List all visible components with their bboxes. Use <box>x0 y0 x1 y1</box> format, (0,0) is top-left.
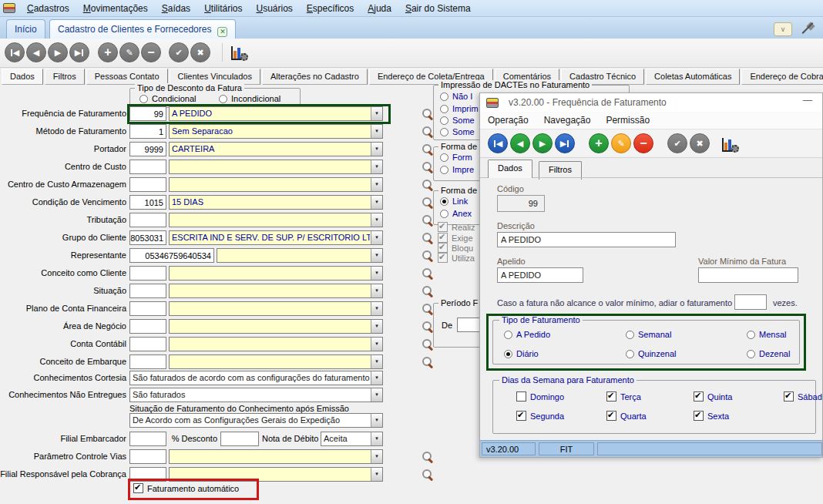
parametro-vias-combo[interactable] <box>169 449 383 464</box>
field-combo[interactable] <box>169 213 383 227</box>
radio-somente-1[interactable]: Some <box>440 116 475 125</box>
dialog-menu-operacao[interactable]: Operação <box>488 115 529 126</box>
checkbox-icon[interactable] <box>516 411 526 421</box>
dialog-chart-icon[interactable] <box>722 136 739 152</box>
form-tab-alteracoes[interactable]: Alterações no Cadastro <box>262 69 368 85</box>
form-tab-endereco-cobranca[interactable]: Endereço de Cobrança <box>741 69 823 85</box>
lookup-magnifier-icon[interactable] <box>422 179 433 190</box>
add-button[interactable]: + <box>98 42 118 62</box>
radio-dezenal[interactable]: Dezenal <box>747 349 790 358</box>
radio-impressao[interactable]: Impre <box>440 165 474 174</box>
field-combo[interactable] <box>169 284 383 298</box>
dropdown-arrow-icon[interactable] <box>371 160 382 173</box>
checkbox-icon[interactable] <box>133 483 143 493</box>
chart-icon[interactable] <box>231 45 248 60</box>
dialog-title-bar[interactable]: v3.20.00 - Frequência de Faturamento — <box>480 93 822 112</box>
menu-usuarios[interactable]: Usuários <box>249 1 299 16</box>
menu-saidas[interactable]: Saídas <box>155 1 197 16</box>
field-combo[interactable] <box>169 337 383 351</box>
dialog-menu-permissao[interactable]: Permissão <box>606 115 650 126</box>
radio-icon[interactable] <box>139 95 148 103</box>
dropdown-arrow-icon[interactable] <box>371 249 382 262</box>
dropdown-arrow-icon[interactable] <box>371 338 382 351</box>
edit-button[interactable]: ✎ <box>119 42 139 62</box>
field-code-input[interactable] <box>129 142 166 156</box>
dialog-edit-button[interactable]: ✎ <box>611 133 631 153</box>
field-code-input[interactable] <box>129 266 166 281</box>
tab-list-chevron-button[interactable]: ∨ <box>774 22 792 36</box>
lookup-magnifier-icon[interactable] <box>422 232 433 244</box>
nav-next-button[interactable]: ▶ <box>48 42 68 62</box>
field-combo[interactable] <box>169 266 383 281</box>
dropdown-arrow-icon[interactable] <box>371 213 382 227</box>
field-combo[interactable] <box>169 319 383 334</box>
filial-cobranca-input[interactable] <box>129 467 166 482</box>
menu-utilitarios[interactable]: Utilitários <box>197 1 249 16</box>
checkbox-sexta[interactable]: Sexta <box>694 411 729 421</box>
field-combo[interactable]: Sem Separacao <box>169 124 383 139</box>
checkbox-realiza[interactable]: Realiz <box>438 222 475 232</box>
radio-icon[interactable] <box>504 350 512 358</box>
lookup-magnifier-icon[interactable] <box>422 250 433 261</box>
checkbox-quarta[interactable]: Quarta <box>606 411 647 421</box>
radio-icon[interactable] <box>504 331 512 339</box>
checkbox-icon[interactable] <box>516 391 526 402</box>
field-code-input[interactable] <box>129 248 214 263</box>
lookup-magnifier-icon[interactable] <box>422 267 433 279</box>
field-code-input[interactable] <box>129 230 166 245</box>
radio-icon[interactable] <box>219 95 227 103</box>
checkbox-icon[interactable] <box>606 411 616 421</box>
dropdown-arrow-icon[interactable] <box>371 196 382 209</box>
dropdown-arrow-icon[interactable] <box>371 284 382 297</box>
dialog-remove-button[interactable]: − <box>633 133 653 153</box>
field-code-input[interactable] <box>129 195 166 210</box>
form-tab-coletas-automaticas[interactable]: Coletas Automáticas <box>646 69 740 85</box>
checkbox-segunda[interactable]: Segunda <box>516 411 564 421</box>
confirm-button[interactable]: ✔ <box>169 42 189 62</box>
apelido-input[interactable] <box>497 267 583 283</box>
nav-last-button[interactable]: ▶ <box>69 42 89 62</box>
lookup-magnifier-icon[interactable] <box>422 108 433 119</box>
radio-a-pedido[interactable]: A Pedido <box>504 330 550 339</box>
radio-icon[interactable] <box>747 350 755 358</box>
radio-link[interactable]: Link <box>440 197 468 206</box>
lookup-magnifier-icon[interactable] <box>422 356 433 368</box>
parametro-vias-input[interactable] <box>129 449 166 464</box>
adiar-input[interactable] <box>734 294 767 310</box>
dialog-menu-navegacao[interactable]: Navegação <box>544 115 591 126</box>
field-combo[interactable] <box>169 177 383 192</box>
menu-sair[interactable]: Sair do Sistema <box>398 1 478 16</box>
dropdown-arrow-icon[interactable] <box>371 178 382 191</box>
lookup-magnifier-icon[interactable] <box>422 303 433 314</box>
unpin-icon[interactable] <box>800 21 815 36</box>
form-tab-pessoas-contato[interactable]: Pessoas Contato <box>86 69 168 85</box>
dropdown-arrow-icon[interactable] <box>371 371 382 385</box>
radio-nao-imprimir[interactable]: Não I <box>440 92 472 101</box>
nota-debito-combo[interactable]: Aceita <box>321 432 383 446</box>
dropdown-arrow-icon[interactable] <box>371 302 382 315</box>
field-combo[interactable] <box>169 354 383 369</box>
close-tab-icon[interactable] <box>217 27 227 37</box>
radio-icon[interactable] <box>747 331 755 339</box>
lookup-magnifier-icon[interactable] <box>422 338 433 350</box>
checkbox-utiliza[interactable]: Utiliza <box>438 253 475 263</box>
dropdown-arrow-icon[interactable] <box>371 320 382 333</box>
radio-icon[interactable] <box>626 350 634 358</box>
lookup-magnifier-icon[interactable] <box>422 143 433 155</box>
tab-cadastro-clientes[interactable]: Cadastro de Clientes e Fornecedores <box>49 19 236 39</box>
lookup-magnifier-icon[interactable] <box>422 321 433 332</box>
field-code-input[interactable] <box>129 124 166 139</box>
field-code-input[interactable] <box>129 337 166 351</box>
form-tab-filtros[interactable]: Filtros <box>45 69 85 85</box>
field-combo[interactable] <box>169 160 383 174</box>
field-combo[interactable]: 15 DIAS <box>169 195 383 210</box>
remove-button[interactable]: − <box>141 42 161 62</box>
nav-first-button[interactable]: ◀ <box>5 42 25 62</box>
radio-condicional[interactable]: Condicional <box>139 94 196 103</box>
lookup-magnifier-icon[interactable] <box>422 451 433 462</box>
dialog-nav-last-button[interactable]: ▶ <box>555 133 575 153</box>
menu-movimentacoes[interactable]: Movimentações <box>76 1 155 16</box>
checkbox-sábado[interactable]: Sábado <box>784 391 823 402</box>
checkbox-terça[interactable]: Terça <box>606 391 641 402</box>
checkbox-icon[interactable] <box>784 391 794 402</box>
